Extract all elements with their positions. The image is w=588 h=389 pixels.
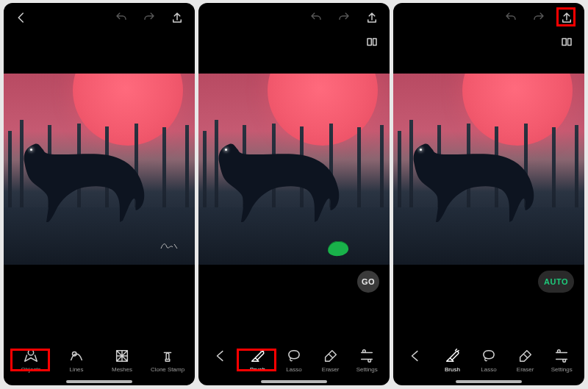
home-indicator — [456, 380, 522, 383]
compare-icon[interactable] — [559, 35, 574, 49]
top-bar — [393, 3, 584, 32]
tool-label: Settings — [356, 366, 378, 373]
compare-icon[interactable] — [365, 35, 379, 49]
tool-clone[interactable]: Clone Stamp — [150, 348, 185, 373]
blank-label — [220, 366, 222, 373]
home-indicator — [261, 380, 327, 383]
home-indicator — [66, 380, 132, 383]
tool-label: Lines — [69, 366, 83, 373]
tool-label: Meshes — [112, 366, 132, 373]
secondary-bar — [198, 32, 390, 51]
bottom-toolbar: BrushLassoEraserSettings — [393, 341, 584, 385]
export-button[interactable] — [559, 10, 574, 25]
mid-zone: AUTO — [393, 265, 584, 341]
tree-shape — [185, 125, 189, 212]
tree-shape — [380, 125, 384, 212]
tool-settings[interactable]: Settings — [349, 348, 384, 373]
phone-screen: GO BrushLassoEraserSettings — [198, 3, 390, 385]
image-canvas[interactable] — [198, 74, 390, 265]
tool-eraser[interactable]: Eraser — [508, 348, 543, 373]
secondary-bar — [393, 32, 584, 51]
toolbar-back-button[interactable] — [204, 348, 239, 373]
tool-lasso[interactable]: Lasso — [471, 348, 506, 373]
tool-label: Clone Stamp — [151, 366, 184, 373]
redo-button[interactable] — [337, 10, 351, 25]
auto-button[interactable]: AUTO — [538, 271, 574, 293]
tool-label: Eraser — [517, 366, 534, 373]
dog-silhouette — [204, 118, 359, 228]
tool-label: Lasso — [286, 366, 301, 373]
top-bar — [4, 3, 195, 32]
tool-label: Eraser — [322, 366, 340, 373]
dog-eye — [225, 149, 227, 151]
phone-screen: AUTO BrushLassoEraserSettings — [393, 3, 584, 385]
dog-eye — [420, 149, 422, 151]
tool-label: Objects — [21, 366, 40, 373]
blank-label — [415, 366, 417, 373]
dog-eye — [30, 149, 32, 151]
tool-settings[interactable]: Settings — [544, 348, 579, 373]
phone-screen: ObjectsLinesMeshesClone Stamp — [4, 3, 195, 385]
tool-brush[interactable]: Brush — [434, 348, 470, 373]
signature-mark — [159, 240, 179, 251]
pill-label: AUTO — [544, 277, 568, 286]
undo-button[interactable] — [503, 10, 518, 25]
pill-label: GO — [362, 277, 375, 286]
undo-button[interactable] — [309, 10, 323, 25]
tool-eraser[interactable]: Eraser — [313, 348, 348, 373]
bottom-toolbar: BrushLassoEraserSettings — [198, 341, 390, 385]
toolbar-back-button[interactable] — [398, 348, 434, 373]
dog-silhouette — [399, 118, 553, 228]
export-button[interactable] — [365, 10, 379, 25]
top-bar — [198, 3, 390, 32]
undo-button[interactable] — [114, 10, 129, 25]
image-canvas[interactable] — [393, 74, 584, 265]
image-canvas[interactable] — [4, 74, 195, 265]
tool-lasso[interactable]: Lasso — [276, 348, 312, 373]
tool-meshes[interactable]: Meshes — [104, 348, 140, 373]
tool-label: Brush — [250, 366, 265, 373]
mid-zone: GO — [198, 265, 390, 341]
tool-objects[interactable]: Objects — [13, 348, 49, 373]
tool-label: Settings — [551, 366, 573, 373]
tool-label: Lasso — [481, 366, 496, 373]
mid-zone — [4, 265, 195, 341]
export-button[interactable] — [170, 10, 184, 25]
tool-lines[interactable]: Lines — [59, 348, 94, 373]
redo-button[interactable] — [142, 10, 157, 25]
tool-brush[interactable]: Brush — [240, 348, 275, 373]
dog-silhouette — [10, 118, 164, 228]
back-button[interactable] — [14, 10, 29, 25]
tool-label: Brush — [445, 366, 460, 373]
bottom-toolbar: ObjectsLinesMeshesClone Stamp — [4, 341, 195, 385]
secondary-bar — [4, 32, 195, 51]
go-button[interactable]: GO — [357, 271, 379, 293]
tree-shape — [575, 125, 578, 212]
redo-button[interactable] — [531, 10, 546, 25]
